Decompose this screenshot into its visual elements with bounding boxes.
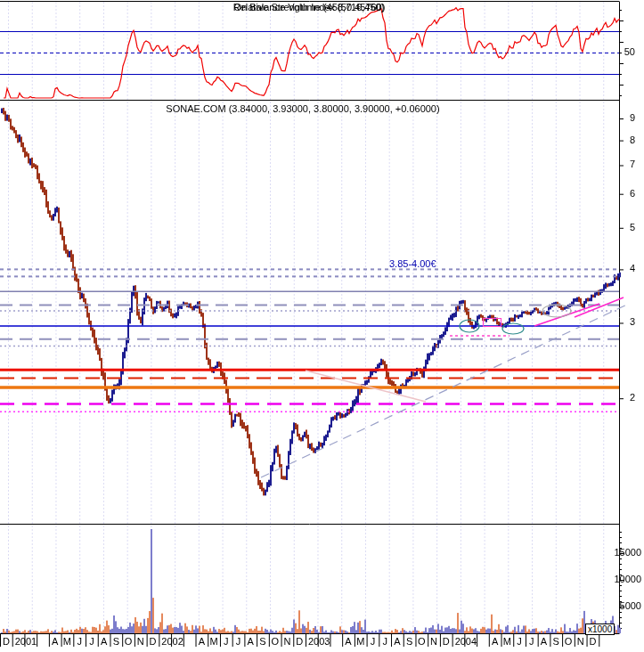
x-axis-month-label: O [269,636,281,648]
x-axis-month-label: S [110,636,122,648]
x-axis-month-label: M [355,636,367,648]
chart-window: Relative Strength Index (50.45760) On Ba… [0,0,644,652]
price-axis-label: 5 [621,222,635,233]
price-title: SONAE.COM (3.84000, 3.93000, 3.80000, 3.… [166,103,439,114]
x-axis-month-label: N [575,636,587,648]
x-axis-month-label: O [562,636,575,648]
price-axis-label: 6 [621,188,635,200]
x-axis-month-label: S [257,636,269,648]
x-axis-year-label: 2002 [161,636,183,648]
x-axis-month-label: N [281,636,294,648]
x-axis-month-label: S [550,636,562,648]
x-axis-month-label: A [49,636,61,648]
x-axis-month-label: A [538,636,550,648]
x-axis-month-label: J [73,636,86,648]
x-axis-month-label: D [587,636,599,648]
x-axis-month-label: M [61,636,74,648]
x-axis-month-label: S [404,636,416,648]
x-axis-month-label: J [367,636,379,648]
price-axis-label: 8 [621,134,635,146]
x-axis-month-label: A [98,636,110,648]
x-axis-month-label: J [86,636,98,648]
x-axis-month-label: M [208,636,220,648]
x-axis-year-label: 2004 [455,636,477,648]
x-axis-month-label: O [122,636,135,648]
x-axis-month-label: J [232,636,245,648]
price-axis-label: 4 [621,263,635,274]
x-axis-month-label: D [440,636,452,648]
price-target-annotation: 3.85-4.00€ [389,258,436,269]
chart-overlay: Relative Strength Index (50.45760) On Ba… [0,0,644,652]
rsi-50-axis-label: 50 [621,46,635,58]
volume-axis-label: 10000 [601,574,641,585]
x-axis-month-label: D [293,636,306,648]
x-axis-month-label: J [220,636,232,648]
price-axis-label: 3 [621,316,635,328]
volume-axis-label: 5000 [601,600,641,612]
x-axis-month-label: O [415,636,428,648]
price-axis-label: 9 [621,112,635,124]
x-axis-year-label: 2001 [15,636,37,648]
x-axis-month-label: A [489,636,501,648]
x-axis-month-label: J [379,636,391,648]
x-axis-month-label: J [513,636,526,648]
x-axis-month-label: A [391,636,404,648]
x-axis-month-label: N [428,636,440,648]
x-axis-month-label: D [0,636,12,648]
x-axis-month-label: N [135,636,147,648]
volume-unit-box: x1000 [585,623,615,635]
x-axis-year-label: 2003 [308,636,330,648]
x-axis-month-label: D [147,636,159,648]
x-axis-month-label: A [244,636,257,648]
price-axis-label: 7 [621,159,635,170]
indicator-title-obv: On Balance Volume (458,716,450) [234,2,385,12]
price-axis-label: 2 [621,392,635,403]
volume-axis-label: 15000 [601,547,641,558]
x-axis-month-label: M [501,636,514,648]
x-axis-month-label: A [196,636,208,648]
x-axis-month-label: A [342,636,355,648]
x-axis-month-label: J [526,636,538,648]
